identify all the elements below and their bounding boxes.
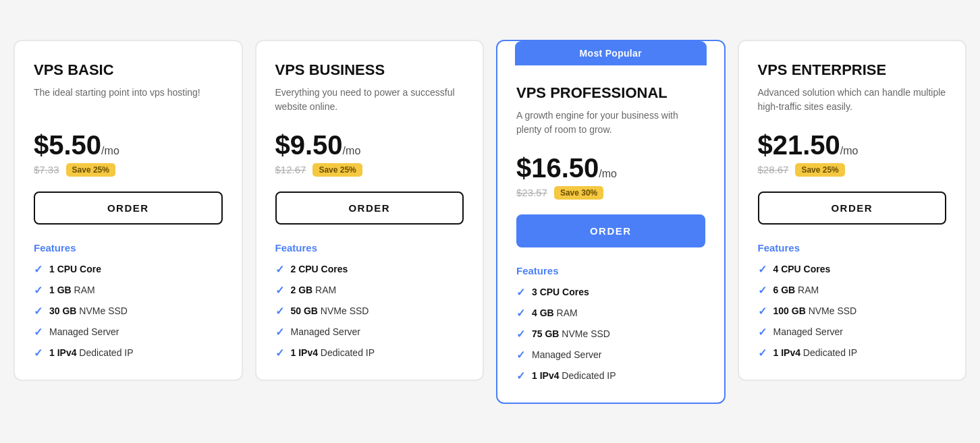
plan-content-basic: VPS BASICThe ideal starting point into v… <box>34 61 223 359</box>
plan-content-enterprise: VPS ENTERPRISEAdvanced solution which ca… <box>758 61 947 359</box>
check-icon-basic-0: ✓ <box>34 263 43 276</box>
feature-item-business-0: ✓ 2 CPU Cores <box>275 263 464 276</box>
feature-text-enterprise-3: Managed Server <box>773 326 844 337</box>
check-icon-business-3: ✓ <box>275 326 284 338</box>
feature-text-basic-4: 1 IPv4 Dedicated IP <box>49 347 134 358</box>
price-row-basic: $7.33 Save 25% <box>34 163 223 177</box>
check-icon-professional-1: ✓ <box>516 307 525 320</box>
features-label-professional: Features <box>516 265 705 276</box>
feature-list-enterprise: ✓ 4 CPU Cores ✓ 6 GB RAM ✓ 100 GB NVMe S… <box>758 263 947 359</box>
plan-title-professional: VPS PROFESSIONAL <box>516 84 705 102</box>
feature-item-enterprise-4: ✓ 1 IPv4 Dedicated IP <box>758 347 947 359</box>
feature-text-business-0: 2 CPU Cores <box>291 264 348 274</box>
original-price-business: $12.67 <box>275 164 306 175</box>
original-price-enterprise: $28.67 <box>758 164 789 175</box>
plan-price-basic: $5.50/mo <box>34 130 223 160</box>
check-icon-professional-4: ✓ <box>516 370 525 382</box>
feature-text-professional-4: 1 IPv4 Dedicated IP <box>532 370 616 381</box>
price-row-enterprise: $28.67 Save 25% <box>758 163 947 177</box>
order-button-professional[interactable]: ORDER <box>516 214 705 247</box>
feature-item-basic-4: ✓ 1 IPv4 Dedicated IP <box>34 347 223 359</box>
feature-text-business-2: 50 GB NVMe SSD <box>291 305 369 316</box>
feature-item-business-1: ✓ 2 GB RAM <box>275 284 464 297</box>
save-badge-professional: Save 30% <box>554 186 603 200</box>
feature-item-professional-0: ✓ 3 CPU Cores <box>516 286 705 299</box>
check-icon-professional-0: ✓ <box>516 286 525 299</box>
save-badge-enterprise: Save 25% <box>795 163 844 177</box>
plan-price-business: $9.50/mo <box>275 130 464 160</box>
check-icon-business-2: ✓ <box>275 305 284 318</box>
check-icon-business-1: ✓ <box>275 284 284 297</box>
feature-text-business-1: 2 GB RAM <box>291 285 337 295</box>
order-button-enterprise[interactable]: ORDER <box>758 191 947 225</box>
check-icon-professional-3: ✓ <box>516 349 525 361</box>
features-label-basic: Features <box>34 242 223 254</box>
check-icon-business-0: ✓ <box>275 263 284 276</box>
plan-content-business: VPS BUSINESSEverything you need to power… <box>275 61 464 359</box>
feature-item-basic-2: ✓ 30 GB NVMe SSD <box>34 305 223 318</box>
feature-item-professional-2: ✓ 75 GB NVMe SSD <box>516 328 705 341</box>
feature-list-basic: ✓ 1 CPU Core ✓ 1 GB RAM ✓ 30 GB NVMe SSD… <box>34 263 223 359</box>
feature-list-professional: ✓ 3 CPU Cores ✓ 4 GB RAM ✓ 75 GB NVMe SS… <box>516 286 705 382</box>
check-icon-professional-2: ✓ <box>516 328 525 341</box>
plan-card-business: VPS BUSINESSEverything you need to power… <box>255 40 485 381</box>
feature-text-business-3: Managed Server <box>291 326 361 337</box>
check-icon-basic-2: ✓ <box>34 305 43 318</box>
feature-text-enterprise-2: 100 GB NVMe SSD <box>773 305 857 316</box>
plan-card-enterprise: VPS ENTERPRISEAdvanced solution which ca… <box>738 40 967 381</box>
feature-item-basic-0: ✓ 1 CPU Core <box>34 263 223 276</box>
plan-title-business: VPS BUSINESS <box>275 61 464 79</box>
check-icon-enterprise-2: ✓ <box>758 305 767 318</box>
most-popular-banner: Most Popular <box>515 41 707 65</box>
original-price-basic: $7.33 <box>34 164 59 175</box>
plan-card-basic: VPS BASICThe ideal starting point into v… <box>13 40 243 381</box>
feature-text-professional-3: Managed Server <box>532 349 602 360</box>
feature-text-professional-1: 4 GB RAM <box>532 307 578 318</box>
feature-item-business-3: ✓ Managed Server <box>275 326 464 338</box>
feature-item-professional-4: ✓ 1 IPv4 Dedicated IP <box>516 370 705 382</box>
feature-item-enterprise-2: ✓ 100 GB NVMe SSD <box>758 305 947 318</box>
feature-item-basic-1: ✓ 1 GB RAM <box>34 284 223 297</box>
plan-price-professional: $16.50/mo <box>516 153 705 183</box>
feature-text-basic-1: 1 GB RAM <box>49 285 95 295</box>
feature-text-enterprise-0: 4 CPU Cores <box>773 264 831 274</box>
feature-item-enterprise-0: ✓ 4 CPU Cores <box>758 263 947 276</box>
order-button-business[interactable]: ORDER <box>275 191 464 225</box>
feature-text-basic-0: 1 CPU Core <box>49 264 101 274</box>
plan-desc-professional: A growth engine for your business with p… <box>516 109 705 138</box>
save-badge-business: Save 25% <box>312 163 362 177</box>
check-icon-enterprise-4: ✓ <box>758 347 767 359</box>
price-row-business: $12.67 Save 25% <box>275 163 464 177</box>
feature-item-enterprise-1: ✓ 6 GB RAM <box>758 284 947 297</box>
plan-price-enterprise: $21.50/mo <box>758 130 947 160</box>
feature-text-enterprise-1: 6 GB RAM <box>773 285 819 295</box>
feature-item-enterprise-3: ✓ Managed Server <box>758 326 947 338</box>
feature-text-enterprise-4: 1 IPv4 Dedicated IP <box>773 347 858 358</box>
check-icon-business-4: ✓ <box>275 347 284 359</box>
original-price-professional: $23.57 <box>516 187 547 198</box>
check-icon-enterprise-3: ✓ <box>758 326 767 338</box>
check-icon-enterprise-0: ✓ <box>758 263 767 276</box>
feature-text-professional-2: 75 GB NVMe SSD <box>532 328 610 339</box>
pricing-wrapper: VPS BASICThe ideal starting point into v… <box>13 40 967 404</box>
price-row-professional: $23.57 Save 30% <box>516 186 705 200</box>
features-label-business: Features <box>275 242 464 254</box>
check-icon-basic-1: ✓ <box>34 284 43 297</box>
feature-item-professional-3: ✓ Managed Server <box>516 349 705 361</box>
plan-title-basic: VPS BASIC <box>34 61 223 79</box>
plan-desc-business: Everything you need to power a successfu… <box>275 86 464 115</box>
feature-text-professional-0: 3 CPU Cores <box>532 287 589 297</box>
save-badge-basic: Save 25% <box>66 163 115 177</box>
feature-item-business-2: ✓ 50 GB NVMe SSD <box>275 305 464 318</box>
feature-text-basic-2: 30 GB NVMe SSD <box>49 305 128 316</box>
check-icon-basic-4: ✓ <box>34 347 43 359</box>
features-label-enterprise: Features <box>758 242 947 254</box>
check-icon-basic-3: ✓ <box>34 326 43 338</box>
plan-desc-basic: The ideal starting point into vps hostin… <box>34 86 223 115</box>
feature-list-business: ✓ 2 CPU Cores ✓ 2 GB RAM ✓ 50 GB NVMe SS… <box>275 263 464 359</box>
feature-text-business-4: 1 IPv4 Dedicated IP <box>291 347 375 358</box>
order-button-basic[interactable]: ORDER <box>34 191 223 225</box>
feature-item-business-4: ✓ 1 IPv4 Dedicated IP <box>275 347 464 359</box>
check-icon-enterprise-1: ✓ <box>758 284 767 297</box>
plan-content-professional: VPS PROFESSIONALA growth engine for your… <box>516 65 705 382</box>
